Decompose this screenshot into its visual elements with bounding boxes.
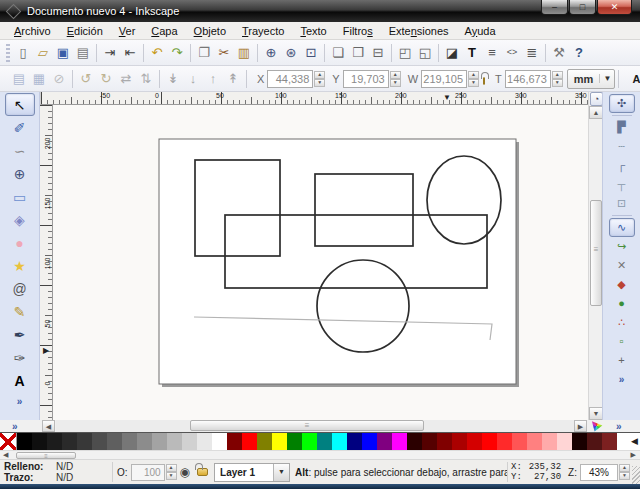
group[interactable]: ◰ [395,42,415,64]
maximize-button[interactable]: □ [569,0,596,15]
palette-swatch[interactable] [317,433,332,451]
lower-one-step[interactable]: ↓ [183,68,203,90]
x-field[interactable]: 44,338 [267,70,313,88]
palette-swatch[interactable] [557,433,572,451]
palette-swatch[interactable] [392,433,407,451]
select-all-layers[interactable]: ▦ [29,68,49,90]
menu-item[interactable]: Texto [292,23,334,39]
scroll-down-arrow[interactable]: ▼ [589,407,603,420]
snap-rotation-centers[interactable]: + [609,351,635,370]
open-folder[interactable]: ▱ [33,42,53,64]
snap-nodes[interactable]: ∿ [609,218,635,237]
align-dialog[interactable]: ≣ [522,42,542,64]
zoom-field[interactable]: 43% [580,464,618,481]
export-bitmap[interactable]: ⇤ [120,42,140,64]
palette-swatch[interactable] [197,433,212,451]
page-border[interactable] [159,139,516,384]
palette-swatch[interactable] [512,433,527,451]
palette-swatch[interactable] [137,433,152,451]
layer-dropdown-arrow[interactable]: ▼ [273,464,289,481]
redo[interactable]: ↷ [167,42,187,64]
palette-swatch[interactable] [602,433,617,451]
palette-swatch[interactable] [17,433,32,451]
cut[interactable]: ✂ [214,42,234,64]
palette-swatch[interactable] [152,433,167,451]
undo[interactable]: ↶ [147,42,167,64]
snap-paths[interactable]: ↪ [609,237,635,256]
palette-swatch[interactable] [257,433,272,451]
duplicate[interactable]: ❏ [328,42,348,64]
paste[interactable]: ▥ [234,42,254,64]
xml-editor[interactable]: <> [502,42,522,64]
titlebar[interactable]: Documento nuevo 4 - Inkscape –□✕ [0,0,640,22]
zoom-drawing[interactable]: ⊛ [281,42,301,64]
menu-item[interactable]: Filtros [335,23,381,39]
palette-swatch[interactable] [272,433,287,451]
snap-bbox-corners[interactable]: ┌ [609,156,635,175]
scroll-up-arrow[interactable]: ▲ [589,106,603,119]
menu-item[interactable]: Capa [143,23,185,39]
snap-object-centers[interactable]: ▫ [609,332,635,351]
palette-swatch[interactable] [377,433,392,451]
snap-smooth-nodes[interactable]: ● [609,294,635,313]
units-dropdown[interactable]: mm▼ [567,69,616,89]
palette-swatch[interactable] [422,433,437,451]
opacity-spinner[interactable]: ▲▼ [166,464,177,480]
scroll-left-arrow[interactable]: ◀ [42,420,55,432]
copy[interactable]: ❐ [194,42,214,64]
palette-scroll-thumb[interactable]: ≡ [16,452,76,459]
tool-node-editor[interactable]: ✐ [5,116,35,139]
tool-text[interactable]: A [5,369,35,392]
open-padlock-icon[interactable] [483,77,485,85]
palette-swatch[interactable] [332,433,347,451]
menu-item[interactable]: Extensiones [381,23,457,39]
horizontal-scroll-track[interactable]: ≡ [56,420,574,432]
tool-calligraphy[interactable]: ✑ [5,346,35,369]
palette-scroll-left[interactable]: ◀ [3,451,8,459]
fill-stroke-indicator[interactable]: Relleno: N/D Trazo: N/D [0,461,108,483]
ungroup[interactable]: ◱ [415,42,435,64]
vertical-ruler[interactable]: 200150100500▶ [40,105,53,420]
select-all[interactable]: ▤ [9,68,29,90]
palette-swatch[interactable] [242,433,257,451]
vertical-scroll-thumb[interactable] [590,200,602,306]
palette-scroll-arrow[interactable]: ◀ [631,436,638,446]
tool-ellipse[interactable]: ● [5,231,35,254]
help[interactable]: ? [569,42,589,64]
units-dropdown-arrow[interactable]: ▼ [599,74,614,83]
toolbar-grip[interactable] [6,44,10,62]
fill-stroke-dialog[interactable]: ◪ [442,42,462,64]
rotate-cw[interactable]: ↻ [96,68,116,90]
horizontal-ruler[interactable]: -50050100150200250300350▼ [40,92,588,105]
t-spinner[interactable]: ▲▼ [552,71,563,87]
flip-horizontal[interactable]: ⇄ [116,68,136,90]
tool-pencil[interactable]: ✎ [5,300,35,323]
palette-swatch[interactable] [212,433,227,451]
w-field[interactable]: 219,105 [421,70,467,88]
zoom-spinner[interactable]: ▲▼ [619,464,630,480]
snap-bbox-edge-midpoints[interactable]: ┬ [609,175,635,194]
preferences[interactable]: ⚒ [549,42,569,64]
horizontal-scroll-thumb[interactable]: ≡ [190,420,424,431]
resize-grip[interactable] [632,466,640,484]
toolbox-overflow-chevron[interactable]: » [17,396,23,407]
snap-midpoints[interactable]: ∴ [609,313,635,332]
minimize-button[interactable]: – [541,0,568,15]
palette-swatch[interactable] [77,433,92,451]
palette-swatch[interactable] [452,433,467,451]
layer-lock-icon[interactable] [197,468,208,476]
palette-swatch[interactable] [497,433,512,451]
color-wheel-icon[interactable] [590,420,603,432]
palette-swatch[interactable] [167,433,182,451]
palette-swatch[interactable] [437,433,452,451]
canvas[interactable] [53,105,588,420]
palette-swatch[interactable] [467,433,482,451]
palette-swatch[interactable] [227,433,242,451]
w-spinner[interactable]: ▲▼ [468,71,479,87]
snap-bbox-edges[interactable]: ┄ [609,137,635,156]
snap-bbox-centers[interactable]: ⊡ [609,194,635,213]
close-button[interactable]: ✕ [597,0,632,15]
rotate-ccw[interactable]: ↺ [76,68,96,90]
y-field[interactable]: 19,703 [343,70,389,88]
menu-item[interactable]: Trayecto [234,23,292,39]
